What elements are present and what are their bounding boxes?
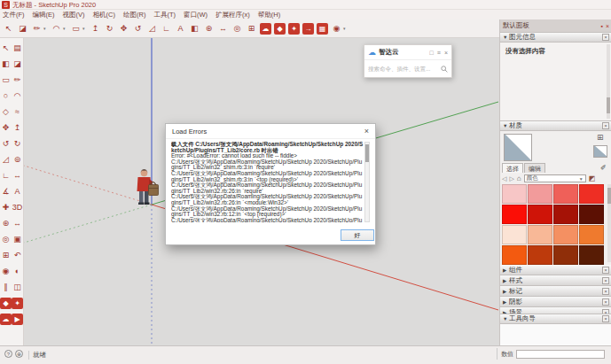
push-pull-tool-icon[interactable]: ↥ <box>12 122 23 134</box>
section-close-icon[interactable]: × <box>602 315 609 322</box>
color-swatch[interactable] <box>502 225 527 244</box>
zoom-extents-tool-icon[interactable]: ⊞ <box>0 250 12 261</box>
section-materials[interactable]: ▼ 材质 × <box>500 120 611 131</box>
zoom-tool-icon[interactable]: ◎ <box>0 234 12 245</box>
move-tool-icon[interactable]: ✥ <box>118 23 129 35</box>
color-swatch[interactable] <box>502 245 527 265</box>
menu-item[interactable]: 编辑(E) <box>33 11 55 19</box>
eraser-tool-icon[interactable]: ◪ <box>12 58 23 70</box>
color-swatch[interactable] <box>579 205 604 224</box>
protractor-tool-icon[interactable]: ∡ <box>0 186 12 197</box>
tool-caret-icon[interactable]: ▾ <box>82 26 87 31</box>
rotate-tool-icon[interactable]: ↺ <box>132 23 144 35</box>
color-swatch[interactable] <box>502 184 527 204</box>
section-close-icon[interactable]: × <box>602 34 609 41</box>
help-icon[interactable]: ? <box>4 350 12 358</box>
section-instructor[interactable]: ▼ 工具向导 × <box>500 314 611 324</box>
scale-tool-icon[interactable]: ◿ <box>146 23 158 35</box>
position-camera-tool-icon[interactable]: ◉ <box>0 266 12 277</box>
3d-text-tool-icon[interactable]: 3D <box>12 202 23 213</box>
tool-caret-icon[interactable]: ▾ <box>63 26 67 31</box>
select-tool-icon[interactable]: ↖ <box>3 23 14 35</box>
menu-item[interactable]: 绘图(R) <box>123 11 145 19</box>
plugin-icon-5[interactable]: ▦ <box>317 23 328 35</box>
plugin-icon-7[interactable]: ✦ <box>12 298 23 309</box>
color-swatch[interactable] <box>528 225 552 244</box>
color-swatch[interactable] <box>579 245 604 265</box>
section-plane-tool-icon[interactable]: ◫ <box>12 282 23 293</box>
color-swatch[interactable] <box>528 205 552 224</box>
scrollbar[interactable] <box>607 44 610 119</box>
material-secondary-preview[interactable] <box>593 145 607 158</box>
zoom-window-tool-icon[interactable]: ▣ <box>12 234 23 245</box>
offset-tool-icon[interactable]: ⊚ <box>12 154 23 166</box>
polygon-tool-icon[interactable]: ◇ <box>0 106 12 118</box>
rotate-tool-icon[interactable]: ↺ <box>0 138 12 150</box>
collapsed-section-bar[interactable]: ▶ 样式 × <box>500 275 611 286</box>
text-tool-icon[interactable]: A <box>12 186 23 197</box>
color-swatch[interactable] <box>528 184 552 204</box>
section-close-icon[interactable]: × <box>602 267 609 274</box>
menu-item[interactable]: 帮助(H) <box>258 11 280 19</box>
plugin-icon-6[interactable]: ◆ <box>0 298 12 309</box>
measurements-input[interactable] <box>516 350 605 359</box>
forward-icon[interactable]: ▷ <box>509 175 513 182</box>
scrollbar-thumb[interactable] <box>607 188 611 204</box>
maximize-icon[interactable]: □ <box>430 50 434 56</box>
geolocation-icon[interactable]: ⊕ <box>15 350 23 358</box>
menu-icon[interactable]: ≡ <box>437 50 441 56</box>
freehand-tool-icon[interactable]: ≈ <box>12 106 23 118</box>
color-swatch[interactable] <box>579 184 604 204</box>
follow-me-tool-icon[interactable]: ↻ <box>104 23 115 35</box>
menu-item[interactable]: 工具(T) <box>153 11 176 19</box>
color-swatch[interactable] <box>553 205 578 224</box>
dimension-tool-icon[interactable]: ↔ <box>12 170 23 182</box>
scrollbar[interactable] <box>607 184 611 262</box>
pin-icon[interactable]: ▪ <box>600 23 602 29</box>
rectangle-tool-icon[interactable]: ▭ <box>0 74 12 86</box>
scrollbar-thumb[interactable] <box>365 144 369 162</box>
section-close-icon[interactable]: × <box>602 122 609 129</box>
paint-bucket-tool-icon[interactable]: ◧ <box>189 23 200 35</box>
look-around-tool-icon[interactable]: ◐ <box>12 266 23 277</box>
previous-view-tool-icon[interactable]: ↶ <box>12 250 23 261</box>
arc-tool-icon[interactable]: ◠ <box>51 23 62 35</box>
plugin-icon-9[interactable]: ▶ <box>12 314 23 325</box>
color-swatch[interactable] <box>528 245 552 265</box>
pan-tool-icon[interactable]: ↔ <box>12 218 23 229</box>
plugin-icon-2[interactable]: ◆ <box>274 23 286 35</box>
axes-tool-icon[interactable]: ✚ <box>0 202 12 213</box>
menu-item[interactable]: 窗口(W) <box>184 11 208 19</box>
search-input[interactable] <box>368 66 439 72</box>
section-entity-info[interactable]: ▼ 图元信息 × <box>500 32 611 43</box>
color-swatch[interactable] <box>553 245 578 265</box>
close-icon[interactable]: × <box>444 50 448 56</box>
push-pull-tool-icon[interactable]: ↥ <box>90 23 101 35</box>
paint-bucket-tool-icon[interactable]: ◧ <box>0 58 12 70</box>
scrollbar[interactable] <box>364 142 370 222</box>
in-model-icon[interactable]: ⌂ <box>517 174 521 182</box>
walk-tool-icon[interactable]: ∥ <box>0 282 12 293</box>
account-icon[interactable]: ◉ <box>331 23 342 35</box>
tab-select[interactable]: 选择 <box>502 163 523 173</box>
close-icon[interactable]: × <box>364 127 369 136</box>
arc-tool-icon[interactable]: ◠ <box>12 90 23 102</box>
tape-measure-tool-icon[interactable]: ∟ <box>161 23 172 35</box>
color-swatch[interactable] <box>502 205 527 224</box>
menu-item[interactable]: 文件(F) <box>3 11 25 19</box>
select-tool-icon[interactable]: ↖ <box>0 43 12 54</box>
make-component-tool-icon[interactable]: ▤ <box>12 43 23 54</box>
sample-paint-icon[interactable]: ◩ <box>589 174 596 182</box>
section-close-icon[interactable]: × <box>602 277 609 284</box>
ok-button[interactable]: 好 <box>341 229 374 241</box>
follow-me-tool-icon[interactable]: ↻ <box>12 138 23 150</box>
color-swatch[interactable] <box>553 225 578 244</box>
collection-dropdown[interactable]: 颜色 ▼ <box>524 174 586 182</box>
tool-caret-icon[interactable]: ▾ <box>343 26 348 31</box>
move-tool-icon[interactable]: ✥ <box>0 122 12 134</box>
create-material-icon[interactable]: ⊞ <box>597 133 604 142</box>
section-close-icon[interactable]: × <box>602 288 609 295</box>
scale-tool-icon[interactable]: ◿ <box>0 154 12 166</box>
scale-figure[interactable] <box>137 169 159 205</box>
rectangle-tool-icon[interactable]: ▭ <box>70 23 82 35</box>
